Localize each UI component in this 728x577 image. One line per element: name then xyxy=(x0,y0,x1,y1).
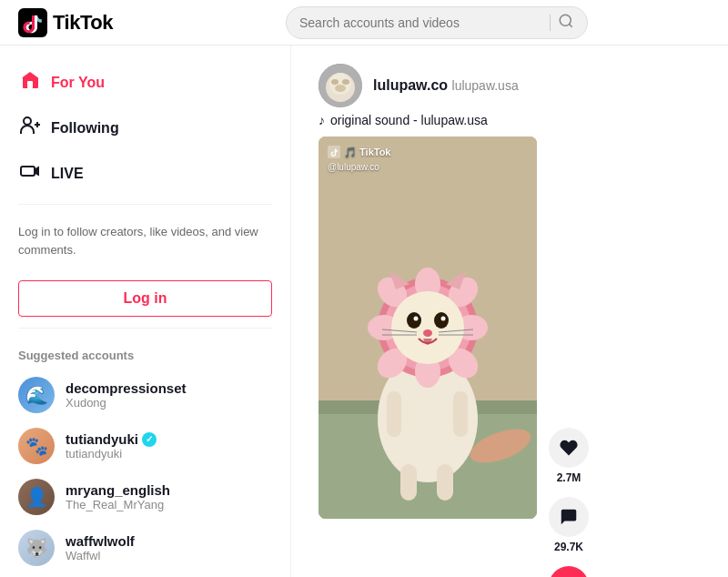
search-divider xyxy=(550,15,551,31)
account-avatar-mryang_english: 👤 xyxy=(18,479,55,515)
account-avatar-decompressionset: 🌊 xyxy=(18,377,55,413)
suggested-account-tutiandyuki[interactable]: 🐾 tutiandyuki ✓ tutiandyuki xyxy=(0,420,290,471)
comment-action[interactable]: 29.7K xyxy=(549,497,589,553)
account-info-mryang_english: mryang_english The_Real_MrYang xyxy=(66,482,170,511)
svg-point-10 xyxy=(331,79,339,85)
svg-rect-18 xyxy=(437,464,453,501)
cat-illustration xyxy=(318,137,537,519)
suggested-accounts-list: 🌊 decompressionset Xudong 🐾 tutiandyuki … xyxy=(0,369,290,577)
tiktok-logo-icon xyxy=(18,8,47,37)
video-info: lulupaw.co lulupaw.usa ♪ original sound … xyxy=(318,64,701,577)
suggested-account-travelscenerykj[interactable]: ✈️ travelscenerykj TravelSceneryKJ xyxy=(0,573,290,577)
suggested-account-decompressionset[interactable]: 🌊 decompressionset Xudong xyxy=(0,369,290,420)
account-avatar-tutiandyuki: 🐾 xyxy=(18,428,55,464)
account-handle-waffwlwolf: Waffwl xyxy=(66,549,135,562)
video-post: lulupaw.co lulupaw.usa ♪ original sound … xyxy=(318,64,701,577)
video-area: 🎵 TikTok @lulupaw.co xyxy=(318,137,701,577)
music-note-icon: ♪ xyxy=(318,113,325,127)
svg-line-2 xyxy=(569,24,571,26)
svg-rect-3 xyxy=(27,81,33,88)
sidebar-item-live-label: LIVE xyxy=(51,166,84,182)
svg-point-1 xyxy=(560,15,571,25)
video-watermark-handle: @lulupaw.co xyxy=(328,162,379,172)
video-watermark: 🎵 TikTok xyxy=(328,146,391,158)
account-info-tutiandyuki: tutiandyuki ✓ tutiandyuki xyxy=(66,431,157,461)
action-buttons: 2.7M 29.7K xyxy=(546,137,592,577)
sidebar-item-for-you[interactable]: For You xyxy=(0,60,290,106)
account-info-decompressionset: decompressionset Xudong xyxy=(66,380,187,410)
video-feed: lulupaw.co lulupaw.usa ♪ original sound … xyxy=(291,46,728,577)
following-icon xyxy=(18,115,42,142)
svg-point-36 xyxy=(423,329,432,337)
svg-rect-17 xyxy=(400,464,417,501)
account-avatar-waffwlwolf: 🐺 xyxy=(18,530,55,566)
account-name-waffwlwolf: waffwlwolf xyxy=(66,533,135,549)
video-bg: 🎵 TikTok @lulupaw.co xyxy=(318,137,537,519)
suggested-account-waffwlwolf[interactable]: 🐺 waffwlwolf Waffwl xyxy=(0,522,290,573)
poster-row: lulupaw.co lulupaw.usa xyxy=(318,64,701,107)
svg-point-32 xyxy=(407,312,421,329)
comment-count: 29.7K xyxy=(554,541,583,553)
account-name-tutiandyuki: tutiandyuki ✓ xyxy=(66,431,157,447)
svg-point-34 xyxy=(414,317,419,321)
account-name-decompressionset: decompressionset xyxy=(66,380,187,396)
account-handle-mryang_english: The_Real_MrYang xyxy=(66,498,170,511)
account-info-waffwlwolf: waffwlwolf Waffwl xyxy=(66,533,135,562)
search-button[interactable] xyxy=(558,13,574,33)
sidebar-divider-1 xyxy=(18,204,272,205)
poster-avatar[interactable] xyxy=(318,64,362,107)
svg-point-4 xyxy=(24,117,31,125)
poster-username[interactable]: lulupaw.co lulupaw.usa xyxy=(373,77,519,94)
main-content: For You Following LIVE Log in t xyxy=(0,46,728,577)
svg-rect-19 xyxy=(387,391,401,437)
live-icon xyxy=(18,160,42,187)
svg-rect-20 xyxy=(453,391,468,437)
search-bar[interactable] xyxy=(286,6,588,39)
poster-names: lulupaw.co lulupaw.usa xyxy=(373,77,519,94)
logo-text: TikTok xyxy=(53,11,113,35)
suggested-account-mryang_english[interactable]: 👤 mryang_english The_Real_MrYang xyxy=(0,471,290,522)
account-handle-tutiandyuki: tutiandyuki xyxy=(66,447,157,461)
sidebar: For You Following LIVE Log in t xyxy=(0,46,291,577)
svg-rect-5 xyxy=(21,167,35,176)
account-handle-decompressionset: Xudong xyxy=(66,396,187,410)
verified-badge-tutiandyuki: ✓ xyxy=(142,432,157,447)
share-action[interactable]: 133.9K xyxy=(549,566,589,577)
like-count: 2.7M xyxy=(557,471,581,484)
svg-rect-43 xyxy=(328,146,340,158)
svg-point-31 xyxy=(391,291,464,364)
sidebar-item-live[interactable]: LIVE xyxy=(0,151,290,197)
video-thumbnail-wrap[interactable]: 🎵 TikTok @lulupaw.co xyxy=(318,137,537,577)
search-input[interactable] xyxy=(299,15,542,30)
sidebar-item-following-label: Following xyxy=(51,120,119,137)
svg-point-9 xyxy=(335,85,346,92)
video-caption: ♪ original sound - lulupaw.usa xyxy=(318,113,701,127)
home-icon xyxy=(18,69,42,96)
share-button[interactable] xyxy=(549,566,589,577)
account-name-mryang_english: mryang_english xyxy=(66,482,170,498)
login-prompt-text: Log in to follow creators, like videos, … xyxy=(0,212,290,269)
sidebar-item-following[interactable]: Following xyxy=(0,106,290,151)
login-button[interactable]: Log in xyxy=(18,280,272,317)
sidebar-divider-2 xyxy=(18,328,272,329)
like-button[interactable] xyxy=(549,428,589,468)
like-action[interactable]: 2.7M xyxy=(549,428,589,484)
sidebar-item-for-you-label: For You xyxy=(51,75,105,91)
svg-point-11 xyxy=(342,79,349,85)
video-thumbnail: 🎵 TikTok @lulupaw.co xyxy=(318,137,537,519)
logo-area: TikTok xyxy=(18,8,164,37)
poster-handle: lulupaw.usa xyxy=(452,78,519,93)
suggested-accounts-title: Suggested accounts xyxy=(0,336,290,369)
svg-point-35 xyxy=(441,317,446,321)
svg-point-33 xyxy=(434,312,449,329)
header: TikTok xyxy=(0,0,728,46)
comment-button[interactable] xyxy=(549,497,589,537)
